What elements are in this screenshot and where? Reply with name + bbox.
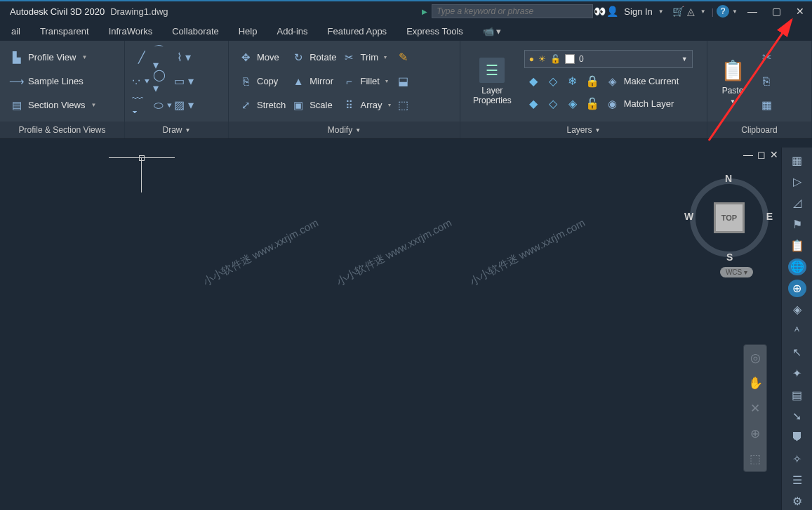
signin-button[interactable]: Sign In▼ xyxy=(618,1,672,22)
paste-special-icon[interactable]: ▦ xyxy=(757,94,776,117)
zoom-extents-icon[interactable]: ✕ xyxy=(747,400,764,417)
text-icon[interactable]: ᴬ xyxy=(788,322,806,339)
menu-item[interactable]: Express Tools xyxy=(397,21,473,41)
palette-icon[interactable]: ▦ xyxy=(788,152,806,169)
hatch-icon[interactable]: ▨ ▾ xyxy=(174,94,194,117)
clipboard-icon[interactable]: 📋 xyxy=(788,237,806,254)
menu-item[interactable]: InfraWorks xyxy=(99,21,163,41)
select-icon[interactable]: ◿ xyxy=(788,195,806,211)
menu-item[interactable]: ail xyxy=(1,21,30,41)
section-views-button[interactable]: ▤Section Views▼ xyxy=(7,94,99,117)
showmotion-icon[interactable]: ⬚ xyxy=(747,450,764,467)
funnel-icon[interactable]: ⛊ xyxy=(788,429,806,446)
layer-icon[interactable]: ◇ xyxy=(544,95,562,113)
drawing-canvas[interactable]: 小小软件迷 www.xxrjm.com 小小软件迷 www.xxrjm.com … xyxy=(0,148,781,510)
mirror-button[interactable]: ▲Mirror xyxy=(288,70,339,93)
pencil-icon[interactable]: ✎ xyxy=(394,46,413,69)
trim-button[interactable]: ✂Trim▾ xyxy=(340,46,394,69)
layer-combo[interactable]: ● ☀ 🔓 0 ▼ xyxy=(524,50,693,68)
view-cube[interactable]: TOP N S E W xyxy=(687,176,771,260)
panel-title[interactable]: Modify▼ xyxy=(229,122,460,138)
cart-icon[interactable]: 🛒 xyxy=(672,6,685,17)
vp-maximize-icon[interactable]: ◻ xyxy=(757,149,766,160)
maximize-button[interactable]: ▢ xyxy=(764,1,788,21)
array-button[interactable]: ⠿Array▾ xyxy=(340,94,394,117)
circle-icon[interactable]: ◯ ▾ xyxy=(153,70,173,93)
match-layer-button[interactable]: ◉Match Layer xyxy=(603,95,677,113)
compass-n[interactable]: N xyxy=(725,173,732,184)
layeriso-icon[interactable]: ◆ xyxy=(524,72,543,91)
ellipse-icon[interactable]: ⬭ ▾ xyxy=(153,94,173,117)
dd-icon[interactable]: ▼ xyxy=(729,8,740,15)
layer-icon[interactable]: ◈ xyxy=(564,95,582,113)
minimize-button[interactable]: — xyxy=(740,1,764,21)
make-current-icon: ◈ xyxy=(606,74,620,89)
camera-icon[interactable]: 📹 ▾ xyxy=(483,26,502,37)
compass-e[interactable]: E xyxy=(766,211,773,222)
close-button[interactable]: ✕ xyxy=(788,1,812,21)
menu-item[interactable]: Collaborate xyxy=(162,21,229,41)
cursor-icon[interactable]: ▷ xyxy=(788,173,806,190)
sheet-icon[interactable]: ▤ xyxy=(788,386,806,403)
rectangle-icon[interactable]: ▭ ▾ xyxy=(174,70,194,93)
vp-minimize-icon[interactable]: — xyxy=(743,149,753,160)
diamond-icon[interactable]: ◈ xyxy=(788,301,806,318)
pan-icon[interactable]: ✋ xyxy=(747,374,764,391)
menu-item[interactable]: Help xyxy=(229,21,267,41)
menu-item[interactable]: Add-ins xyxy=(267,21,317,41)
cut-icon[interactable]: ✂ xyxy=(757,46,776,69)
paste-button[interactable]: 📋 Paste ▼ xyxy=(714,45,751,117)
layerunlock-icon[interactable]: 🔓 xyxy=(583,95,601,113)
label: Profile View xyxy=(28,52,76,63)
sparkle-icon[interactable]: ✦ xyxy=(788,365,806,382)
panel-title[interactable]: Draw▼ xyxy=(125,122,228,138)
arc-icon[interactable]: ⌒ ▾ xyxy=(153,46,173,69)
spline-icon[interactable]: 〰 ▾ xyxy=(132,94,152,117)
layerlock-icon[interactable]: 🔒 xyxy=(583,72,601,91)
viewcube-top-face[interactable]: TOP xyxy=(714,202,745,233)
chamfer-icon[interactable]: ⬓ xyxy=(394,70,413,93)
label: Match Layer xyxy=(624,98,674,109)
vp-close-icon[interactable]: ✕ xyxy=(770,149,778,160)
menu-item[interactable]: Transparent xyxy=(30,21,99,41)
move-button[interactable]: ✥Move xyxy=(236,46,288,69)
globe-icon[interactable]: 🌐 xyxy=(788,259,806,275)
user-icon: 👤 xyxy=(606,6,618,17)
menu-item[interactable]: Featured Apps xyxy=(318,21,397,41)
multipoint-icon[interactable]: ⸪ ▾ xyxy=(132,70,152,93)
layer-properties-button[interactable]: ☰ LayerProperties xyxy=(467,45,517,117)
layers-tool-icon[interactable]: ☰ xyxy=(788,471,806,488)
panel-title[interactable]: Layers▼ xyxy=(460,122,707,138)
stretch-button[interactable]: ⤢Stretch xyxy=(236,94,288,117)
pointer-icon[interactable]: ↖ xyxy=(788,344,806,360)
steering-wheel-icon[interactable]: ◎ xyxy=(747,349,764,366)
star-icon[interactable]: ✧ xyxy=(788,450,806,467)
scale-button[interactable]: ▣Scale xyxy=(288,94,339,117)
rotate-button[interactable]: ↻Rotate xyxy=(288,46,339,69)
a360-icon[interactable]: ◬ xyxy=(685,6,698,17)
arc-tool-icon[interactable]: ➘ xyxy=(788,407,806,424)
layeroff-icon[interactable]: ◇ xyxy=(544,72,562,91)
orbit-icon[interactable]: ⊕ xyxy=(747,425,764,442)
geo-icon[interactable]: ⊕ xyxy=(788,280,806,296)
polyline-icon[interactable]: ⌇ ▾ xyxy=(174,46,194,69)
layer-icon[interactable]: ◆ xyxy=(524,95,543,113)
dd-icon[interactable]: ▼ xyxy=(698,8,709,15)
help-icon[interactable]: ? xyxy=(717,5,729,18)
copy-button[interactable]: ⎘Copy xyxy=(236,70,288,93)
erase-icon[interactable]: ⬚ xyxy=(394,94,413,117)
sample-lines-button[interactable]: ⟶Sample Lines xyxy=(7,70,99,93)
binoculars-icon[interactable]: 👀 xyxy=(593,6,606,17)
profile-view-button[interactable]: ▙Profile View▼ xyxy=(7,46,99,69)
search-input[interactable] xyxy=(432,4,593,18)
compass-s[interactable]: S xyxy=(726,251,733,263)
flag-icon[interactable]: ⚑ xyxy=(788,216,806,233)
copy-clip-icon[interactable]: ⎘ xyxy=(757,70,776,93)
make-current-button[interactable]: ◈Make Current xyxy=(603,72,682,91)
line-icon[interactable]: ╱ xyxy=(132,46,152,69)
wcs-badge[interactable]: WCS ▾ xyxy=(720,267,753,277)
compass-w[interactable]: W xyxy=(684,211,693,222)
settings-icon[interactable]: ⚙ xyxy=(788,493,806,510)
fillet-button[interactable]: ⌐Fillet▾ xyxy=(340,70,394,93)
layerfrz-icon[interactable]: ❄ xyxy=(564,72,582,91)
